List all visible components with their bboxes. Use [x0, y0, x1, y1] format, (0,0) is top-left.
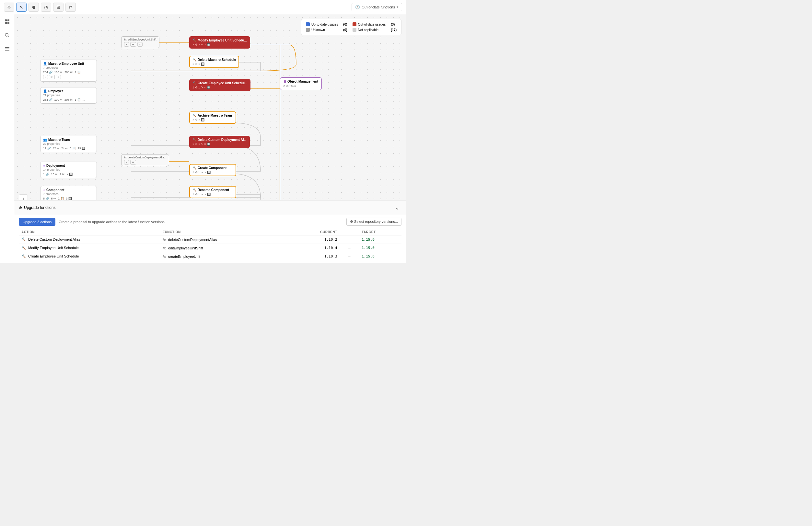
upgrade-header: ⊕ Upgrade functions ⌄ [14, 201, 406, 215]
fx-edit-close-btn[interactable]: × [124, 42, 129, 47]
ood-functions-button[interactable]: 🕐 Out-of-date functions ▾ [351, 3, 402, 11]
main-layout: fx editEmployeeUnitShift × ✏ × 🔨 Modify … [0, 14, 406, 263]
upgrade-btn[interactable]: Upgrade 3 actions [19, 218, 55, 226]
deployment-icon: ● [43, 164, 45, 167]
sidebar-list-icon[interactable] [2, 44, 12, 54]
delete-maestro-title: Delete Maestro Schedule [198, 58, 236, 61]
col-action: ACTION [19, 229, 160, 235]
action-delete-custom[interactable]: 🔨 Delete Custom Deployment Al... × ⚙ × /… [189, 136, 250, 148]
toolbar-arrows-btn[interactable]: ⇄ [66, 3, 76, 12]
deployment-subtitle: 14 properties [43, 168, 94, 171]
legend-na-label: Not applicable [358, 28, 378, 32]
action-hammer-icon: 🔨 [21, 246, 26, 250]
legend-uptodate-count: (0) [343, 23, 347, 26]
meu-delete-btn[interactable]: × [56, 75, 61, 79]
action-delete-maestro[interactable]: 🔨 Delete Maestro Schedule × ⚙ × 🔲 [189, 56, 239, 68]
table-row: 🔨 Modify Employee Unit Schedule fx editE… [19, 244, 402, 252]
ood-icon: 🕐 [355, 5, 360, 10]
sidebar-search-icon[interactable] [2, 30, 12, 40]
table-cell-action: 🔨 Delete Custom Deployment Alias [19, 235, 160, 244]
fx-edit-edit-btn[interactable]: ✏ [130, 42, 136, 47]
component-subtitle: 7 properties [43, 192, 94, 196]
legend-unknown-count: (0) [343, 28, 347, 32]
employee-icon: 👤 [43, 89, 47, 93]
upgrade-title-label: Upgrade functions [24, 205, 55, 210]
create-employee-title: Create Employee Unit Schedul... [198, 81, 247, 85]
svg-point-4 [5, 33, 8, 36]
meu-close-btn[interactable]: × [43, 75, 48, 79]
svg-rect-8 [5, 50, 10, 50]
delete-maestro-stats: × ⚙ × 🔲 [192, 62, 204, 66]
deployment-title: Deployment [46, 164, 65, 167]
legend-ood-count: (3) [391, 23, 395, 26]
delete-custom-title: Delete Custom Deployment Al... [198, 138, 247, 142]
object-management-node[interactable]: ⊞ Object Management 8 ⚙ 19 /× [280, 77, 322, 90]
legend-uptodate-label: Up-to-date usages [311, 23, 338, 26]
upgrade-title: ⊕ Upgrade functions [19, 205, 55, 210]
action-archive-maestro[interactable]: 🔨 Archive Maestro Team × ⚙ × 🔲 [189, 112, 236, 124]
fx-node-delete-custom[interactable]: fx deleteCustomDeploymentAlia... × ✏ [121, 154, 169, 166]
table-cell-current: 1.10.4 [291, 244, 340, 252]
table-cell-func: fx createEmployeeUnit [160, 252, 291, 261]
upgrade-actions-row: Upgrade 3 actions Create a proposal to u… [19, 218, 402, 226]
legend-ood-swatch [352, 23, 357, 26]
toolbar-move-btn[interactable]: ✥ [4, 3, 14, 12]
col-target: TARGET [359, 229, 402, 235]
fx-edit-delete-btn[interactable]: × [137, 42, 142, 47]
component-title: Component [46, 188, 64, 192]
maestro-employee-unit-subtitle: 7 properties [43, 66, 94, 69]
node-maestro-team[interactable]: 👥 Maestro Team 27 properties 19 🔗 42 ✏ 2… [40, 136, 97, 152]
toolbar-pac-btn[interactable]: ◔ [41, 3, 51, 12]
collapse-btn[interactable]: ⌄ [392, 203, 402, 212]
col-arrow [340, 229, 359, 235]
table-cell-action: 🔨 Create Employee Unit Schedule [19, 252, 160, 261]
obj-mgmt-title: Object Management [287, 80, 318, 83]
table-cell-func: fx editEmployeeUnitShift [160, 244, 291, 252]
create-component-title: Create Component [198, 166, 227, 170]
meu-edit-btn[interactable]: ✏ [49, 75, 55, 79]
node-employee[interactable]: 👤 Employee 71 properties 234 🔗 100 ✏ 208… [40, 87, 97, 104]
canvas-area: fx editEmployeeUnitShift × ✏ × 🔨 Modify … [14, 14, 406, 263]
svg-rect-3 [8, 22, 10, 24]
legend-uptodate-swatch [306, 23, 310, 26]
node-deployment[interactable]: ● Deployment 14 properties 1 🔗 10 ✏ 2 /×… [40, 162, 97, 178]
action-create-employee[interactable]: 🔨 Create Employee Unit Schedul... 1 ⚙ 1 … [189, 79, 250, 91]
func-fx-icon: fx [163, 238, 166, 242]
action-create-component[interactable]: 🔨 Create Component 1 ⚙ 1 ▲ × 🔲 [189, 164, 236, 176]
svg-rect-7 [5, 48, 10, 49]
table-cell-arrow: → [340, 235, 359, 244]
node-maestro-employee-unit[interactable]: 👤 Maestro Employee Unit 7 properties 234… [40, 60, 97, 82]
rename-component-title: Rename Component [198, 188, 229, 192]
toolbar-select-btn[interactable]: ↖ [16, 3, 27, 12]
fx-delete-close-btn[interactable]: × [124, 160, 129, 164]
action-modify-employee[interactable]: 🔨 Modify Employee Unit Schedu... × ⚙ × ✏… [189, 36, 250, 48]
action-rename-component[interactable]: 🔨 Rename Component 1 ⚙ 1 ▲ × 🔲 [189, 186, 236, 198]
toolbar-record-btn[interactable]: ⏺ [29, 3, 39, 12]
table-cell-action: 🔨 Modify Employee Unit Schedule [19, 244, 160, 252]
action-hammer-icon: 🔨 [21, 237, 26, 241]
legend-unknown-swatch [306, 28, 310, 32]
fx-node-edit-employee[interactable]: fx editEmployeeUnitShift × ✏ × [121, 36, 159, 48]
upgrade-plus-icon: ⊕ [19, 205, 22, 210]
select-repo-btn[interactable]: ⚙ Select repository versions... [346, 218, 402, 226]
archive-maestro-stats: × ⚙ × 🔲 [192, 118, 204, 121]
table-cell-target: 1.15.0 [359, 244, 402, 252]
maestro-team-icon: 👥 [43, 138, 47, 142]
svg-rect-0 [5, 19, 7, 21]
component-icon: ○ [43, 188, 45, 192]
toolbar-grid-btn[interactable]: ⊞ [53, 3, 63, 12]
fx-delete-edit-btn[interactable]: ✏ [130, 160, 136, 164]
sidebar-dashboard-icon[interactable] [2, 17, 12, 27]
maestro-team-subtitle: 27 properties [43, 142, 94, 145]
obj-mgmt-stats: 8 ⚙ 19 /× [284, 85, 296, 88]
col-function: FUNCTION [160, 229, 291, 235]
modify-employee-stats: × ⚙ × ✏ × 🔲 [192, 43, 210, 46]
employee-subtitle: 71 properties [43, 93, 94, 97]
ood-button-label: Out-of-date functions [362, 5, 395, 9]
legend-na-swatch [352, 28, 357, 32]
func-fx-icon: fx [163, 246, 166, 250]
table-cell-target: 1.15.0 [359, 252, 402, 261]
maestro-team-title: Maestro Team [48, 138, 70, 142]
table-cell-func: fx deleteCustomDeploymentAlias [160, 235, 291, 244]
employee-title: Employee [48, 89, 63, 93]
